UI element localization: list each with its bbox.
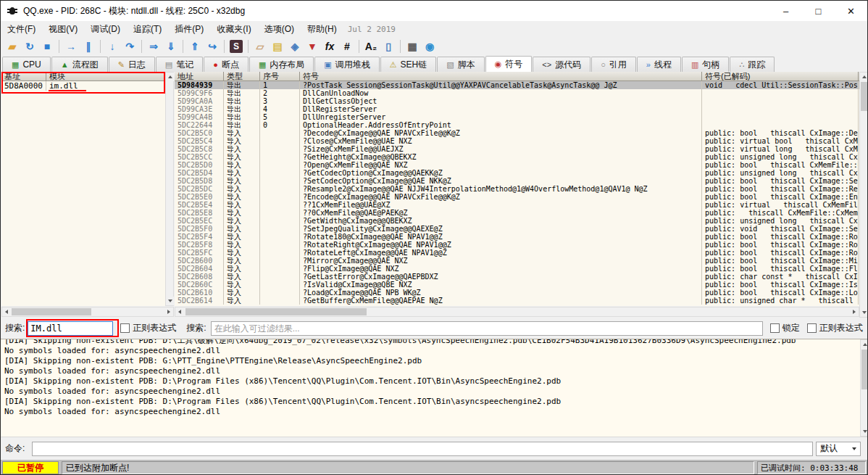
module-row[interactable]: 5D8A0000im.dll	[1, 81, 174, 91]
scroll-right-icon[interactable]	[164, 307, 173, 316]
menu-plugins[interactable]: 插件(P)	[168, 21, 210, 38]
menu-view[interactable]: 视图(V)	[42, 21, 84, 38]
column-header[interactable]: 符号(已解码)	[702, 72, 859, 80]
symbol-row[interactable]: 5DC2B60C导入?IsValid@CxImage@@QBE_NXZpubli…	[175, 281, 868, 289]
scroll-down-icon[interactable]	[861, 427, 868, 436]
comments-icon[interactable]: ▤	[269, 39, 286, 54]
tab-call-stack[interactable]: ▣调用堆栈	[314, 57, 379, 72]
symbols-hscrollbar[interactable]	[175, 307, 859, 317]
menu-options[interactable]: 选项(O)	[258, 21, 301, 38]
calculator-icon[interactable]: ▦	[404, 39, 421, 54]
maximize-button[interactable]: □	[802, 1, 835, 21]
tab-script[interactable]: ▧脚本	[437, 57, 484, 72]
scroll-thumb[interactable]	[185, 308, 367, 315]
symbol-row[interactable]: 5DC2B5D4导入?GetCodecOption@CxImage@@QAEKK…	[175, 169, 868, 177]
column-header[interactable]: 地址	[175, 72, 224, 80]
close-button[interactable]: ✕	[835, 1, 867, 21]
tab-breakpoints[interactable]: ●断点	[204, 57, 249, 72]
symbol-row[interactable]: 5DC2B5F4导入?Rotate180@CxImage@@QAE_NPAV1@…	[175, 233, 868, 241]
symbol-row[interactable]: 5DC2B608导入?GetLastError@CxImage@@QAEPBDX…	[175, 273, 868, 281]
tab-source[interactable]: <>源代码	[533, 57, 591, 72]
script-s-icon[interactable]: S	[230, 40, 243, 53]
tab-memory-map[interactable]: ▦内存布局	[249, 57, 314, 72]
symbol-row[interactable]: 5D99C9F6导出2DllCanUnloadNow	[175, 89, 868, 97]
symbol-row[interactable]: 5DC2B5E4导入??1CxMemFile@@UAE@XZpublic: vi…	[175, 201, 868, 209]
symbol-row[interactable]: 5DC2B5E0导入?Encode@CxImage@@QAE_NPAVCxFil…	[175, 193, 868, 201]
scroll-up-icon[interactable]	[166, 73, 175, 81]
run-to-user-code-icon[interactable]: ↪	[204, 39, 221, 54]
tab-handles[interactable]: ▥句柄	[682, 57, 729, 72]
symbol-row[interactable]: 5D99CA0A导出3DllGetClassObject	[175, 97, 868, 105]
regex-checkbox[interactable]	[120, 323, 130, 333]
symbol-row[interactable]: 5D99CA4B导出5DllUnregisterServer	[175, 113, 868, 121]
step-over-icon[interactable]: ↷	[121, 39, 138, 54]
scroll-thumb[interactable]	[861, 82, 867, 111]
bookmarks-icon[interactable]: ▼	[304, 39, 321, 54]
menu-trace[interactable]: 追踪(T)	[127, 21, 168, 38]
column-header[interactable]: 类型	[224, 72, 260, 80]
scroll-thumb[interactable]	[861, 350, 868, 389]
symbol-row[interactable]: 5D984939导出1?PostTask_Session@SessionTask…	[175, 81, 868, 89]
symbol-row[interactable]: 5DC2B600导入?Mirror@CxImage@@QAE_NXZpublic…	[175, 257, 868, 265]
preferences-az-icon[interactable]: A₂	[362, 39, 380, 54]
modules-vscrollbar[interactable]	[165, 72, 174, 306]
tab-graph[interactable]: ▲流程图	[51, 57, 108, 72]
scroll-up-icon[interactable]	[860, 73, 868, 81]
symbol-row[interactable]: 5DC2B614导入?GetBuffer@CxMemFile@@QAEPAE_N…	[175, 297, 868, 305]
minimize-button[interactable]: –	[769, 1, 802, 21]
lock-checkbox[interactable]	[770, 323, 780, 333]
symbol-row[interactable]: 5DC2B5C8导入?Size@CxMemFile@@UAEJXZpublic:…	[175, 145, 868, 153]
column-header[interactable]: 序号	[260, 72, 300, 80]
log-vscrollbar[interactable]	[860, 339, 868, 437]
scroll-up-icon[interactable]	[861, 340, 868, 349]
tab-references[interactable]: ○引用	[591, 57, 636, 72]
column-header[interactable]: 模块	[46, 72, 165, 80]
symbol-row[interactable]: 5DC2B5FC导入?RotateLeft@CxImage@@QAE_NPAV1…	[175, 249, 868, 257]
symbols-vscrollbar[interactable]	[859, 72, 868, 318]
symbol-row[interactable]: 5DC2B604导入?Flip@CxImage@@QAE_NXZpublic: …	[175, 265, 868, 273]
tab-symbols[interactable]: ◉符号	[485, 56, 533, 72]
execute-till-return-icon[interactable]: ⇑	[186, 39, 204, 54]
patches-icon[interactable]: ▱	[251, 39, 269, 54]
restart-icon[interactable]: ↻	[21, 39, 38, 54]
scroll-left-icon[interactable]	[2, 307, 11, 316]
functions-icon[interactable]: fx	[321, 39, 338, 54]
symbol-row[interactable]: 5DC2B610导入?Load@CxImage@@QAE_NPB_WK@Zpub…	[175, 289, 868, 297]
column-header[interactable]: 基址	[1, 72, 46, 80]
hash-icon[interactable]: #	[338, 39, 356, 54]
command-input[interactable]	[32, 442, 813, 456]
scroll-down-icon[interactable]	[166, 297, 175, 305]
tab-cpu[interactable]: ▦CPU	[2, 57, 51, 72]
tab-threads[interactable]: »线程	[637, 57, 681, 72]
menu-file[interactable]: 文件(F)	[1, 21, 42, 38]
tab-log[interactable]: ✎日志	[109, 57, 155, 72]
symbol-row[interactable]: 5DC22644导出0OptionalHeader.AddressOfEntry…	[175, 121, 868, 129]
labels-icon[interactable]: ◈	[286, 39, 304, 54]
modules-hscrollbar[interactable]	[1, 307, 174, 317]
run-icon[interactable]: →	[62, 39, 80, 54]
symbol-row[interactable]: 5DC2B5D0导入?Open@CxMemFile@@QAE_NXZpublic…	[175, 161, 868, 169]
column-header[interactable]: 符号	[300, 72, 702, 80]
scroll-right-icon[interactable]	[850, 307, 859, 316]
donate-globe-icon[interactable]: ◉	[421, 39, 438, 54]
open-file-icon[interactable]: ▰	[4, 39, 21, 54]
scroll-thumb[interactable]	[12, 308, 91, 315]
run-to-selection-icon[interactable]: ⇒	[145, 39, 162, 54]
step-out-icon[interactable]: ⇓	[162, 39, 180, 54]
command-profile-dropdown[interactable]: 默认	[816, 442, 861, 456]
pause-icon[interactable]: ∥	[80, 39, 97, 54]
menu-debug[interactable]: 调试(D)	[84, 21, 127, 38]
symbol-row[interactable]: 5DC2B5F0导入?SetJpegQuality@CxImage@@QAEXE…	[175, 225, 868, 233]
symbol-row[interactable]: 5DC2B5C4导入?Close@CxMemFile@@UAE_NXZpubli…	[175, 137, 868, 145]
regex2-checkbox[interactable]	[807, 323, 817, 333]
menu-help[interactable]: 帮助(H)	[301, 21, 343, 38]
symbol-row[interactable]: 5DC2B5C0导入?Decode@CxImage@@QAE_NPAVCxFil…	[175, 129, 868, 137]
scroll-left-icon[interactable]	[175, 307, 184, 316]
symbol-row[interactable]: 5DC2B5E8导入??0CxMemFile@@QAE@PAEK@Zpublic…	[175, 209, 868, 217]
symbol-search-input[interactable]	[211, 321, 763, 336]
tab-seh[interactable]: ⚠SEH链	[380, 57, 437, 72]
symbol-row[interactable]: 5DC2B5F8导入?RotateRight@CxImage@@QAE_NPAV…	[175, 241, 868, 249]
scroll-down-icon[interactable]	[860, 308, 868, 317]
attach-device-icon[interactable]: ▯	[380, 39, 397, 54]
symbol-row[interactable]: 5DC2B5DC导入?Resample2@CxImage@@QAE_NJJW4I…	[175, 185, 868, 193]
